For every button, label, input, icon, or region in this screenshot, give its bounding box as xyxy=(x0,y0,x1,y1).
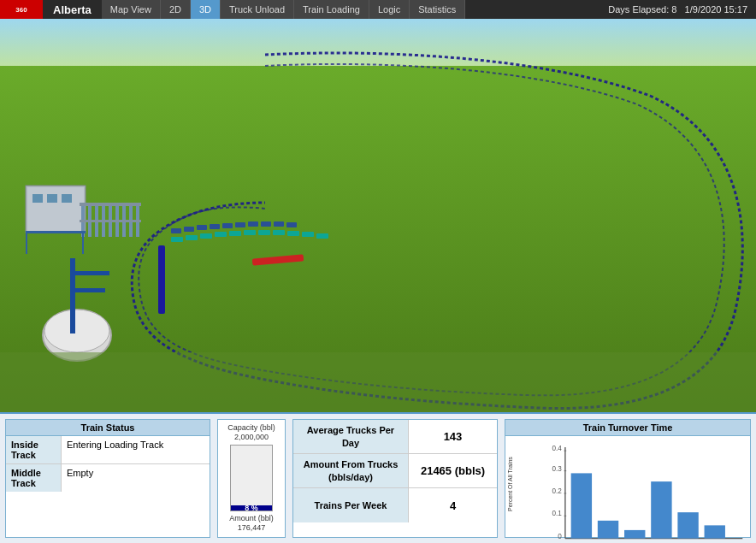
tab-3d[interactable]: 3D xyxy=(191,0,221,19)
stat-value-amount-trucks: 21465 (bbls) xyxy=(409,454,497,487)
svg-rect-63 xyxy=(598,521,618,539)
svg-rect-7 xyxy=(235,222,245,227)
svg-rect-6 xyxy=(222,223,233,228)
svg-rect-8 xyxy=(248,221,258,227)
svg-rect-13 xyxy=(186,235,198,240)
svg-rect-12 xyxy=(171,237,183,242)
tab-map-view[interactable]: Map View xyxy=(102,0,161,19)
tab-logic[interactable]: Logic xyxy=(369,0,410,19)
svg-rect-47 xyxy=(26,233,27,254)
train-status-panel: Train Status Inside Track Entering Loadi… xyxy=(5,419,210,538)
stat-label-trains-per-week: Trains Per Week xyxy=(293,488,409,522)
capacity-panel: Capacity (bbl) 2,000,000 8 % Amount (bbl… xyxy=(217,419,286,538)
svg-rect-69 xyxy=(677,512,698,538)
svg-rect-40 xyxy=(80,220,141,222)
svg-rect-29 xyxy=(62,194,72,203)
svg-rect-17 xyxy=(244,230,256,235)
svg-point-42 xyxy=(44,310,109,352)
top-nav: 360 Alberta Map View 2D 3D Truck Unload … xyxy=(0,0,756,19)
svg-rect-24 xyxy=(158,245,165,314)
tab-train-loading[interactable]: Train Loading xyxy=(294,0,369,19)
svg-rect-10 xyxy=(274,221,284,227)
stat-label-trucks-per-day: Average Trucks Per Day xyxy=(293,420,409,453)
bottom-panel: Train Status Inside Track Entering Loadi… xyxy=(0,412,756,543)
svg-rect-20 xyxy=(287,231,299,236)
svg-text:0: 0 xyxy=(558,533,562,540)
svg-rect-48 xyxy=(82,233,84,254)
stat-row-trucks-per-day: Average Trucks Per Day 143 xyxy=(293,420,497,454)
svg-text:0.3: 0.3 xyxy=(552,465,563,473)
svg-text:0.1: 0.1 xyxy=(552,510,563,517)
svg-rect-2 xyxy=(171,228,181,233)
svg-rect-14 xyxy=(200,233,212,239)
svg-rect-45 xyxy=(75,288,105,292)
svg-rect-28 xyxy=(47,194,57,203)
stats-panel: Average Trucks Per Day 143 Amount From T… xyxy=(292,419,498,538)
stat-value-trains-per-week: 4 xyxy=(409,488,497,522)
svg-rect-61 xyxy=(571,473,592,538)
chart-area: Percent Of All Trains 0 0.1 0.2 0.3 0.4 xyxy=(505,436,750,543)
svg-rect-1 xyxy=(0,19,756,66)
logo: 360 xyxy=(0,0,43,19)
svg-rect-9 xyxy=(261,221,271,227)
svg-rect-15 xyxy=(215,232,227,237)
svg-rect-18 xyxy=(258,230,270,235)
capacity-bar-fill: 8 % xyxy=(231,505,272,511)
stat-label-amount-trucks: Amount From Trucks (bbls/day) xyxy=(293,454,409,487)
svg-rect-43 xyxy=(70,258,75,333)
ts-middle-value: Empty xyxy=(62,464,210,492)
svg-rect-22 xyxy=(316,233,328,239)
tracks-svg xyxy=(0,19,756,412)
stat-row-amount-trucks: Amount From Trucks (bbls/day) 21465 (bbl… xyxy=(293,454,497,488)
svg-rect-39 xyxy=(80,203,141,206)
turnover-title: Train Turnover Time xyxy=(505,420,750,436)
days-elapsed: Days Elapsed: 8 1/9/2020 15:17 xyxy=(599,4,756,15)
svg-text:0.2: 0.2 xyxy=(552,487,563,495)
svg-rect-27 xyxy=(32,194,43,203)
logo-text: 360 xyxy=(15,6,27,14)
svg-rect-67 xyxy=(651,481,671,539)
svg-rect-4 xyxy=(197,225,207,230)
train-status-row-inside: Inside Track Entering Loading Track xyxy=(6,436,210,464)
svg-rect-21 xyxy=(302,232,314,237)
svg-rect-71 xyxy=(705,525,725,538)
train-status-header: Train Status xyxy=(6,420,210,436)
svg-rect-46 xyxy=(26,231,86,233)
svg-rect-11 xyxy=(286,222,297,227)
location-label: Alberta xyxy=(43,3,102,16)
stat-value-trucks-per-day: 143 xyxy=(409,420,497,453)
stat-row-trains-per-week: Trains Per Week 4 xyxy=(293,488,497,522)
svg-rect-44 xyxy=(75,271,109,275)
3d-viewport xyxy=(0,19,756,412)
tab-2d[interactable]: 2D xyxy=(161,0,191,19)
capacity-amount-label: Amount (bbl) 176,447 xyxy=(229,514,274,534)
svg-rect-49 xyxy=(0,352,756,412)
tab-truck-unload[interactable]: Truck Unload xyxy=(221,0,294,19)
svg-rect-3 xyxy=(184,227,194,232)
svg-rect-26 xyxy=(27,187,84,231)
svg-rect-19 xyxy=(273,230,285,235)
chart-svg: 0 0.1 0.2 0.3 0.4 10 20 30 xyxy=(536,441,745,543)
svg-rect-65 xyxy=(624,530,645,539)
turnover-panel: Train Turnover Time Percent Of All Train… xyxy=(505,419,751,538)
svg-rect-16 xyxy=(229,231,241,236)
svg-rect-5 xyxy=(210,224,220,229)
capacity-bar-container: 8 % xyxy=(230,445,273,511)
capacity-title: Capacity (bbl) 2,000,000 xyxy=(227,423,275,442)
svg-text:0.4: 0.4 xyxy=(552,445,563,452)
ts-inside-label: Inside Track xyxy=(6,436,62,463)
tab-statistics[interactable]: Statistics xyxy=(410,0,465,19)
y-axis-label: Percent Of All Trains xyxy=(506,443,515,511)
ts-middle-label: Middle Track xyxy=(6,464,62,492)
ts-inside-value: Entering Loading Track xyxy=(62,436,210,463)
train-status-row-middle: Middle Track Empty xyxy=(6,464,210,492)
